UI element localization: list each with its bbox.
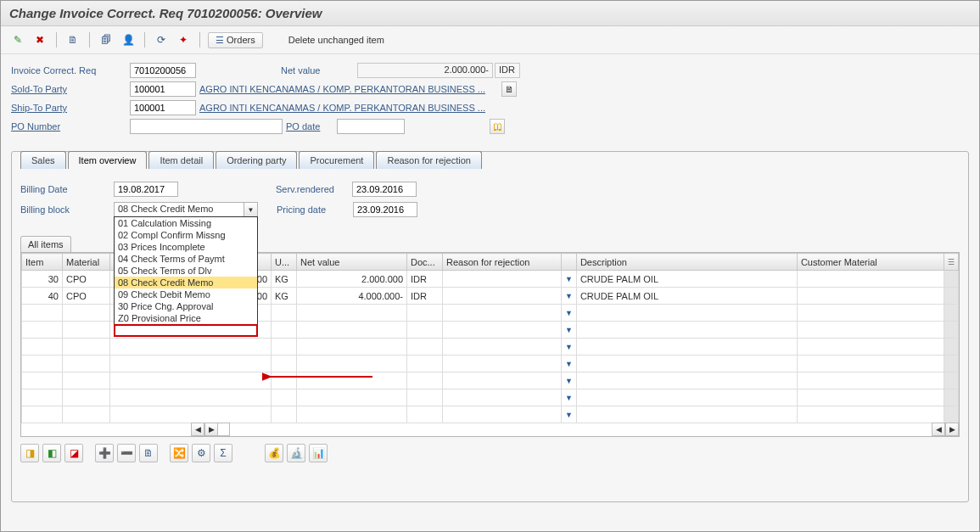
dropdown-option[interactable]: 01 Calculation Missing (115, 217, 257, 229)
invoice-correct-req-field[interactable] (130, 63, 196, 78)
filter-icon[interactable]: ⚙ (192, 444, 210, 462)
document-icon[interactable]: 🗎 (64, 31, 81, 48)
pricing-icon[interactable]: 💰 (265, 444, 283, 462)
scroll-left-icon[interactable]: ◀ (191, 423, 204, 436)
cell-material[interactable]: CPO (63, 271, 110, 288)
dropdown-option[interactable]: 30 Price Chg. Approval (115, 300, 257, 312)
table-row-empty[interactable]: ▼ (22, 406, 959, 423)
col-description[interactable]: Description (576, 254, 797, 271)
tab-reason-for-rejection[interactable]: Reason for rejection (376, 151, 481, 169)
deselect-all-icon[interactable]: ◧ (42, 444, 61, 462)
sold-to-party-name[interactable]: AGRO INTI KENCANAMAS / KOMP. PERKANTORAN… (199, 84, 485, 94)
tab-item-detail[interactable]: Item detail (148, 151, 214, 169)
ship-to-party-field[interactable] (130, 100, 196, 115)
po-number-label[interactable]: PO Number (11, 121, 130, 132)
select-all-icon[interactable]: ◨ (20, 444, 39, 462)
delete-row-icon[interactable]: ➖ (117, 444, 136, 462)
cell-doc[interactable]: IDR (407, 288, 443, 305)
dropdown-option[interactable]: 05 Check Terms of Dlv (115, 265, 257, 277)
dropdown-option-blank[interactable] (114, 324, 258, 337)
dropdown-option[interactable]: 03 Prices Incomplete (115, 241, 257, 253)
cell-customer-material[interactable] (797, 271, 944, 288)
col-material[interactable]: Material (63, 254, 110, 271)
table-row-empty[interactable]: ▼ (22, 339, 959, 356)
cell-uom[interactable]: KG (272, 288, 297, 305)
cell-item[interactable]: 40 (22, 288, 63, 305)
dropdown-arrow-icon[interactable]: ▼ (244, 203, 257, 216)
cell-description[interactable]: CRUDE PALM OIL (576, 271, 797, 288)
reason-dropdown-icon[interactable]: ▼ (562, 288, 577, 305)
reason-dropdown-icon[interactable]: ▼ (562, 389, 577, 406)
po-date-field[interactable] (337, 119, 405, 134)
cell-description[interactable]: CRUDE PALM OIL (576, 288, 797, 305)
reason-dropdown-icon[interactable]: ▼ (562, 271, 577, 288)
col-item[interactable]: Item (22, 254, 63, 271)
ship-to-party-label[interactable]: Ship-To Party (11, 103, 130, 113)
sold-to-party-label[interactable]: Sold-To Party (11, 84, 130, 94)
scrollbar-cell[interactable] (944, 271, 959, 288)
tab-procurement[interactable]: Procurement (299, 151, 374, 169)
billing-date-field[interactable] (114, 182, 178, 197)
dropdown-option[interactable]: 09 Check Debit Memo (115, 288, 257, 300)
log-icon[interactable]: 📊 (309, 444, 328, 462)
insert-row-icon[interactable]: ➕ (95, 444, 114, 462)
pricing-date-field[interactable] (353, 202, 417, 217)
header-detail-icon[interactable]: 🗐 (98, 31, 115, 48)
cell-material[interactable]: CPO (63, 288, 110, 305)
cell-uom[interactable]: KG (272, 271, 297, 288)
scroll-right-icon[interactable]: ▶ (945, 423, 959, 436)
config-icon[interactable]: ✦ (175, 31, 192, 48)
po-number-field[interactable] (130, 119, 283, 134)
cell-net-value[interactable]: 2.000.000 (297, 271, 407, 288)
serv-rendered-field[interactable] (352, 182, 417, 197)
tab-ordering-party[interactable]: Ordering party (216, 151, 297, 169)
ship-to-party-name[interactable]: AGRO INTI KENCANAMAS / KOMP. PERKANTORAN… (199, 103, 485, 113)
scrollbar-cell[interactable] (944, 288, 959, 305)
dropdown-option[interactable]: 02 Compl Confirm Missng (115, 229, 257, 241)
table-row-empty[interactable]: ▼ (22, 372, 959, 389)
tab-item-overview[interactable]: Item overview (68, 151, 148, 169)
sold-to-party-field[interactable] (130, 81, 196, 97)
partner-icon[interactable]: 👤 (120, 31, 137, 48)
delete-unchanged-button[interactable]: Delete unchanged item (282, 33, 391, 47)
col-customer-material[interactable]: Customer Material (797, 254, 944, 271)
cell-net-value[interactable]: 4.000.000- (297, 288, 407, 305)
reject-icon[interactable]: ✖ (31, 31, 48, 48)
col-reason[interactable]: Reason for rejection (443, 254, 562, 271)
condition-icon[interactable]: 🔬 (287, 444, 305, 462)
col-uom[interactable]: U... (272, 254, 297, 271)
cell-reason[interactable] (443, 271, 562, 288)
partner-details-icon[interactable]: 🗎 (501, 81, 517, 97)
reason-dropdown-icon[interactable]: ▼ (562, 339, 577, 356)
table-row-empty[interactable]: ▼ (22, 356, 959, 372)
col-net-value[interactable]: Net value (297, 254, 407, 271)
po-calendar-icon[interactable]: 🕮 (490, 119, 505, 134)
col-doc[interactable]: Doc... (407, 254, 443, 271)
copy-row-icon[interactable]: 🗎 (139, 444, 158, 462)
cell-reason[interactable] (443, 288, 562, 305)
scroll-track[interactable] (218, 423, 230, 436)
scroll-right-icon[interactable]: ▶ (204, 423, 218, 436)
cell-item[interactable]: 30 (22, 271, 63, 288)
dropdown-option[interactable]: 04 Check Terms of Paymt (115, 253, 257, 265)
billing-block-dropdown[interactable]: 08 Check Credit Memo ▼ 01 Calculation Mi… (114, 202, 258, 217)
cell-customer-material[interactable] (797, 288, 944, 305)
tab-sales[interactable]: Sales (20, 151, 66, 169)
po-date-label[interactable]: PO date (286, 121, 337, 132)
display-change-icon[interactable]: ✎ (9, 31, 26, 48)
scroll-left-icon[interactable]: ◀ (932, 423, 945, 436)
table-config-icon[interactable]: ☰ (944, 254, 959, 271)
orders-button[interactable]: ☰ Orders (208, 32, 263, 48)
dropdown-option[interactable]: Z0 Provisional Price (115, 312, 257, 324)
reason-dropdown-icon[interactable]: ▼ (562, 322, 577, 339)
table-hscroll-left[interactable]: ◀ ▶ (191, 423, 259, 436)
reason-dropdown-icon[interactable]: ▼ (562, 305, 577, 322)
table-row-empty[interactable]: ▼ (22, 389, 959, 406)
propose-items-icon[interactable]: ⟳ (153, 31, 170, 48)
sum-icon[interactable]: Σ (214, 444, 232, 462)
details-icon[interactable]: ◪ (64, 444, 83, 462)
reason-dropdown-icon[interactable]: ▼ (562, 406, 577, 423)
table-hscroll-right[interactable]: ◀ ▶ (932, 423, 959, 436)
sort-icon[interactable]: 🔀 (170, 444, 188, 462)
reason-dropdown-icon[interactable]: ▼ (562, 372, 577, 389)
